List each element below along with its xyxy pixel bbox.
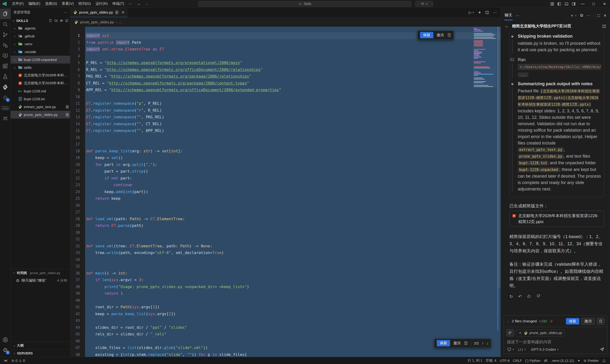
notifications-bell-icon[interactable]	[600, 357, 608, 364]
menu-item[interactable]: 查看(V)	[59, 1, 76, 7]
layout-grid-icon[interactable]	[549, 0, 556, 8]
tree-folder-bupt-1228-unpacked[interactable]: ›bupt-1228-unpacked	[11, 56, 70, 64]
menu-item[interactable]: 终端(T)	[110, 1, 126, 7]
send-button[interactable]	[599, 347, 605, 352]
toggle-sidebar-icon[interactable]	[556, 0, 563, 8]
tree-section-skills[interactable]: › SKILLS ⟳	[11, 17, 70, 24]
prettier-status[interactable]: ⊘Prettier	[582, 357, 600, 364]
timeline-section-header[interactable]: › 时间线 prune_pptx_slides.py	[11, 269, 70, 277]
python-icon[interactable]	[0, 82, 11, 92]
tree-file-prune_pptx_slides.py[interactable]: prune_pptx_slides.py	[11, 111, 70, 118]
toggle-secondary-sidebar-icon[interactable]	[570, 0, 577, 8]
settings-gear-icon[interactable]: ⚙1	[0, 345, 11, 355]
new-folder-icon[interactable]	[54, 19, 58, 23]
explorer-more-icon[interactable]: ⋯	[64, 11, 67, 14]
menu-item[interactable]: 运行(R)	[93, 1, 110, 7]
tree-folder-.github[interactable]: ›.github	[11, 32, 70, 40]
json-icon[interactable]: Json	[0, 103, 11, 113]
close-panel-icon[interactable]: ✕	[604, 13, 607, 18]
refresh-icon[interactable]: ⟳	[60, 19, 63, 23]
close-tab-icon[interactable]: ✕	[122, 10, 125, 14]
code-editor[interactable]: 1234567891011121314151617181920212223242…	[70, 27, 500, 357]
tree-file-extract_pptx_text.py[interactable]: extract_pptx_text.py	[11, 103, 70, 111]
view-changes-icon[interactable]	[464, 341, 468, 345]
undo-button[interactable]: 撤消	[436, 32, 444, 38]
view-changes-icon[interactable]	[447, 33, 451, 37]
menu-item[interactable]: 转到(G)	[76, 1, 93, 7]
new-file-icon[interactable]	[49, 19, 52, 23]
chat-tabs-more-icon[interactable]: ⋯	[516, 13, 519, 18]
session-sync-button[interactable]: ⟲ ∨	[415, 1, 433, 7]
run-button[interactable]: ▷∨	[469, 10, 474, 15]
tree-folder-.venv[interactable]: ›.venv	[11, 40, 70, 48]
nav-forward-icon[interactable]: →	[145, 1, 149, 6]
agent-mode-selector[interactable]: ∨	[506, 347, 515, 352]
run-debug-icon[interactable]	[0, 40, 11, 51]
split-editor-icon[interactable]	[485, 11, 489, 14]
eol-sequence[interactable]: CRLF	[511, 357, 524, 364]
thumbs-down-icon[interactable]	[536, 294, 541, 299]
chat-messages[interactable]: Skipping broken validationvalidate.py is…	[501, 31, 610, 313]
encoding[interactable]: UTF-8	[498, 357, 511, 364]
nav-back-icon[interactable]: ←	[137, 1, 141, 6]
extensions-icon[interactable]	[0, 61, 11, 71]
chevron-right-icon[interactable]: ›	[506, 319, 510, 323]
servers-section-header[interactable]: › SERVERS	[11, 349, 70, 357]
timeline-item[interactable]: 聊天编辑:“继续” 4 分钟	[11, 277, 70, 285]
vertical-scrollbar[interactable]	[497, 27, 500, 357]
minimap[interactable]	[473, 27, 497, 87]
test-diamond-icon[interactable]: 1	[0, 92, 11, 103]
terminal-command[interactable]: c:/Users/ulna/Desktop/Skills/.VENV/bin/p…	[518, 64, 601, 70]
chat-back-icon[interactable]: ←	[505, 24, 509, 29]
remote-indicator[interactable]: ><	[2, 357, 8, 364]
copilot-disabled-icon[interactable]	[542, 357, 549, 364]
menu-item[interactable]: 文件(F)	[10, 1, 26, 7]
model-picker[interactable]: GPT-5.2-Codex ∨	[530, 347, 560, 352]
tree-file-2026...[interactable]: P北京邮电大学2026年本科招生寒假宣...	[11, 71, 70, 79]
problems-indicator[interactable]: ⊘0 ⚠0	[10, 357, 27, 364]
view-all-changes-icon[interactable]	[597, 318, 605, 325]
chat-edit-badge-icon[interactable]	[65, 105, 69, 109]
menu-item[interactable]: 编辑(E)	[26, 1, 43, 7]
tools-selector[interactable]: ⟨/⟩∨	[516, 347, 527, 352]
open-session-in-editor-icon[interactable]	[602, 24, 606, 28]
account-icon[interactable]	[0, 335, 11, 345]
chat-edit-badge-icon[interactable]	[65, 113, 69, 117]
generated-file-chip[interactable]: P 北京邮电大学2026年本科招生寒假宣讲1228-精简12页.pptx	[509, 211, 604, 227]
tab-prune-pptx-slides[interactable]: prune_pptx_slides.py ✕	[70, 8, 127, 17]
outline-section-header[interactable]: › 大纲	[11, 342, 70, 349]
minimize-button[interactable]: —	[577, 0, 588, 8]
tree-file-bupt-1228.txt[interactable]: bupt-1228.txt	[11, 95, 70, 103]
tree-file-2026...[interactable]: P北京邮电大学2026年本科招生寒假宣...	[11, 79, 70, 87]
keep-all-button[interactable]: 保留	[566, 318, 579, 325]
next-change-icon[interactable]: ↓	[486, 341, 488, 345]
expand-output-button[interactable]: ...	[518, 72, 528, 77]
sparkle-icon[interactable]: ✦	[576, 357, 582, 364]
breadcrumb[interactable]: prune_pptx_slides.py › ...	[70, 17, 500, 27]
undo-edits-icon[interactable]: ↶	[518, 294, 522, 299]
previous-change-icon[interactable]: ↑	[482, 341, 484, 345]
tree-folder-.vscode[interactable]: ›.vscode	[11, 48, 70, 56]
maximize-panel-icon[interactable]	[597, 14, 600, 17]
language-mode[interactable]: { }Python	[524, 357, 542, 364]
new-chat-button[interactable]: ＋∨	[570, 13, 577, 18]
beaker-icon[interactable]	[0, 71, 11, 82]
source-control-icon[interactable]	[0, 29, 11, 40]
files-icon[interactable]	[0, 9, 11, 19]
tab-chat[interactable]: 聊天	[504, 11, 513, 20]
tree-file-bupt-1228.md[interactable]: Mbupt-1228.md	[11, 87, 70, 95]
tree-folder-skills[interactable]: ›skills	[11, 64, 70, 71]
chat-settings-gear-icon[interactable]: ⚙	[580, 13, 583, 18]
undo-all-button[interactable]: 撤消	[582, 318, 595, 325]
cursor-position[interactable]: 行 1, 列 1	[466, 357, 484, 364]
people-icon[interactable]	[0, 113, 11, 124]
keep-button[interactable]: 保留	[420, 32, 433, 38]
indentation[interactable]: 空格: 4	[484, 357, 498, 364]
python-interpreter[interactable]: .venv (3.12.11)	[549, 357, 576, 364]
collapse-all-icon[interactable]	[65, 19, 69, 23]
search-icon[interactable]	[0, 19, 11, 29]
undo-button[interactable]: 撤消	[453, 340, 461, 346]
menu-item[interactable]: 选择(S)	[43, 1, 59, 7]
menu-more-icon[interactable]: ⋯	[126, 1, 134, 7]
close-window-button[interactable]: ✕	[599, 0, 610, 8]
